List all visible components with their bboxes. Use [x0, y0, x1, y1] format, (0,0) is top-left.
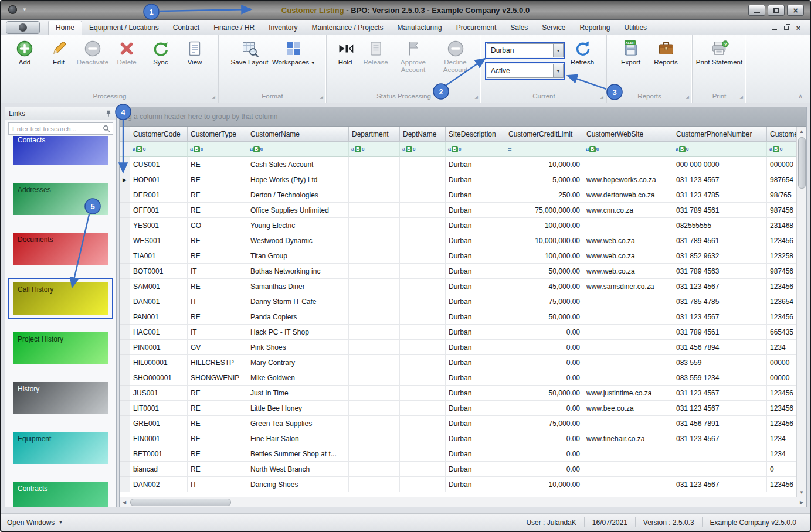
tab-maintenance-projects[interactable]: Maintenance / Projects [305, 21, 391, 35]
reports-button[interactable]: Reports [647, 37, 685, 66]
filter-cell-customername[interactable]: aBc [247, 142, 349, 157]
table-row[interactable]: FIN0001REFine Hair SalonDurban0.00www.fi… [120, 431, 796, 446]
mdi-close-button[interactable]: × [796, 24, 800, 32]
dialog-launcher-icon[interactable]: ◢ [686, 95, 689, 99]
sidebar-item-documents[interactable]: Documents [13, 233, 108, 265]
quick-access-dropdown-icon[interactable]: ▼ [22, 7, 27, 12]
dialog-launcher-icon[interactable]: ◢ [212, 95, 215, 99]
dialog-launcher-icon[interactable]: ◢ [320, 95, 323, 99]
site-filter-combo[interactable]: Durban ▼ [487, 43, 564, 57]
tab-manufacturing[interactable]: Manufacturing [391, 21, 449, 35]
maximize-button[interactable] [768, 5, 785, 16]
save-layout-button[interactable]: Save Layout [229, 37, 271, 66]
sync-button[interactable]: Sync [144, 37, 178, 66]
status-filter-combo[interactable]: Active ▼ [487, 64, 564, 78]
sidebar-item-project-history[interactable]: Project History [13, 332, 108, 364]
table-row[interactable]: YES001COYoung ElectricDurban100,000.0008… [120, 218, 796, 233]
tab-home[interactable]: Home [48, 21, 82, 35]
table-row[interactable]: TIA001RETitan GroupDurban100,000.00www.w… [120, 248, 796, 264]
application-button[interactable] [6, 21, 40, 34]
scroll-up-icon[interactable]: ▲ [797, 127, 806, 136]
table-row[interactable]: LIT0001RELittle Bee HoneyDurban0.00www.b… [120, 401, 796, 416]
refresh-button[interactable]: Refresh [565, 37, 599, 66]
tab-procurement[interactable]: Procurement [449, 21, 504, 35]
filter-cell-deptname[interactable]: aBc [400, 142, 446, 157]
table-row[interactable]: HIL000001HILLCRESTPMary ContraryDurban0.… [120, 355, 796, 370]
dialog-launcher-icon[interactable]: ◢ [600, 95, 603, 99]
horizontal-scroll-thumb[interactable] [130, 499, 231, 506]
column-header-customerwebsite[interactable]: CustomerWebSite [583, 127, 673, 142]
table-row[interactable]: biancadRENorth West BranchDurban0.000 [120, 462, 796, 477]
group-by-panel[interactable]: g a column header here to group by that … [120, 107, 806, 127]
print-statement-button[interactable]: ?Print Statement [695, 37, 744, 66]
tab-inventory[interactable]: Inventory [262, 21, 304, 35]
chevron-down-icon[interactable]: ▼ [553, 44, 563, 57]
column-header-customercreditlimit[interactable]: CustomerCreditLimit [505, 127, 583, 142]
tab-utilities[interactable]: Utilities [617, 21, 654, 35]
table-row[interactable]: ▶HOP001REHope Works (Pty) LtdDurban5,000… [120, 172, 796, 187]
filter-cell-customerphonenumber[interactable]: aBc [673, 142, 767, 157]
table-row[interactable]: BET0001REBetties Summer Shop at t...Durb… [120, 446, 796, 462]
search-input[interactable] [11, 125, 103, 133]
column-header-customername[interactable]: CustomerName [247, 127, 349, 142]
column-header-customerphonenumber[interactable]: CustomerPhoneNumber [673, 127, 767, 142]
tab-sales[interactable]: Sales [503, 21, 535, 35]
filter-cell-customertype[interactable]: aBc [188, 142, 247, 157]
column-header-customercode[interactable]: CustomerCode [130, 127, 188, 142]
tab-reporting[interactable]: Reporting [572, 21, 617, 35]
table-row[interactable]: HAC001ITHack PC - IT ShopDurban0.00031 7… [120, 325, 796, 340]
table-row[interactable]: JUS001REJust In TimeDurban50,000.00www.j… [120, 386, 796, 401]
view-button[interactable]: View [178, 37, 212, 66]
hold-button[interactable]: Hold [331, 37, 359, 66]
minimize-button[interactable] [748, 5, 765, 16]
search-icon[interactable] [103, 125, 110, 132]
mdi-minimize-button[interactable] [772, 26, 777, 30]
filter-cell-customerwebsite[interactable]: aBc [583, 142, 673, 157]
table-row[interactable]: SAM001RESamanthas DinerDurban45,000.00ww… [120, 279, 796, 294]
filter-cell-customerv[interactable]: aBc [767, 142, 796, 157]
filter-cell-sitedescription[interactable]: aBc [446, 142, 505, 157]
dialog-launcher-icon[interactable]: ◢ [740, 95, 743, 99]
sidebar-item-equipment[interactable]: Equipment [13, 432, 108, 464]
table-row[interactable]: DAN001ITDanny Storm IT CafeDurban75,000.… [120, 294, 796, 309]
filter-cell-customercreditlimit[interactable]: = [505, 142, 583, 157]
open-windows-button[interactable]: Open Windows ▼ [7, 519, 63, 527]
export-button[interactable]: XLSHExport [615, 37, 647, 66]
column-header-customertype[interactable]: CustomerType [188, 127, 247, 142]
mdi-restore-button[interactable] [784, 26, 789, 30]
sidebar-item-addresses[interactable]: Addresses [13, 183, 108, 215]
scroll-left-icon[interactable]: ◀ [120, 497, 129, 507]
dialog-launcher-icon[interactable]: ◢ [475, 95, 478, 99]
titlebar[interactable]: ▼ Customer Listing - BPO: Version 2.5.0.… [1, 1, 810, 20]
table-row[interactable]: PIN0001GVPink ShoesDurban0.00031 456 789… [120, 340, 796, 355]
column-header-customerv[interactable]: CustomerV [767, 127, 796, 142]
add-button[interactable]: Add [8, 37, 42, 66]
workspaces-button[interactable]: Workspaces ▼ [271, 37, 317, 66]
collapse-ribbon-icon[interactable]: ∧ [798, 93, 803, 100]
filter-cell-department[interactable]: aBc [349, 142, 400, 157]
table-row[interactable]: DAN002ITDancing ShoesDurban10,000.00031 … [120, 477, 796, 492]
column-header-department[interactable]: Department [349, 127, 400, 142]
column-header-sitedescription[interactable]: SiteDescription [446, 127, 505, 142]
scroll-down-icon[interactable]: ▼ [797, 487, 806, 497]
edit-button[interactable]: Edit [42, 37, 76, 66]
horizontal-scrollbar[interactable]: ◀ ▶ [120, 497, 806, 507]
sidebar-item-contracts[interactable]: Contracts [13, 482, 108, 507]
table-row[interactable]: BOT0001ITBothas Networking incDurban50,0… [120, 264, 796, 279]
filter-cell-customercode[interactable]: aBc [130, 142, 188, 157]
chevron-down-icon[interactable]: ▼ [553, 64, 563, 77]
column-header-deptname[interactable]: DeptName [400, 127, 446, 142]
table-row[interactable]: DER001REDerton / TechnologiesDurban250.0… [120, 187, 796, 203]
pin-icon[interactable] [104, 110, 113, 118]
table-row[interactable]: OFF001REOffice Supplies UnlimitedDurban7… [120, 203, 796, 218]
table-row[interactable]: GRE001REGreen Tea SuppliesDurban75,000.0… [120, 416, 796, 431]
tab-contract[interactable]: Contract [166, 21, 206, 35]
close-button[interactable]: × [787, 5, 804, 16]
sidebar-item-history[interactable]: History [13, 382, 108, 414]
table-row[interactable]: CUS001RECash Sales AccountDurban10,000.0… [120, 157, 796, 172]
vertical-scroll-thumb[interactable] [798, 137, 806, 189]
table-row[interactable]: WES001REWestwood DynamicDurban10,000,000… [120, 233, 796, 248]
scroll-right-icon[interactable]: ▶ [797, 497, 806, 507]
table-row[interactable]: PAN001REPanda CopiersDurban50,000.00031 … [120, 309, 796, 325]
sidebar-item-call-history[interactable]: Call History [13, 282, 108, 315]
